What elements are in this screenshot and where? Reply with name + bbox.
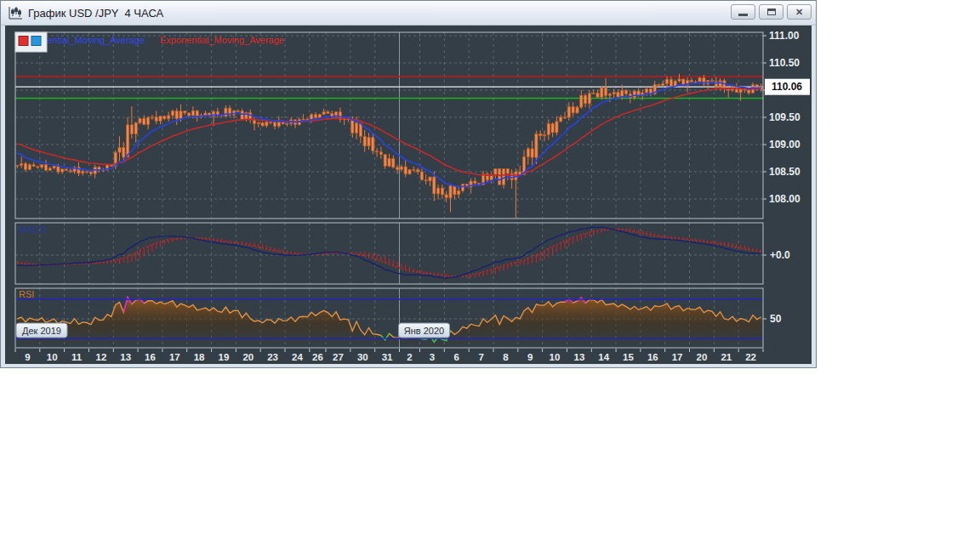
svg-text:27: 27 <box>333 352 344 362</box>
title-bar[interactable]: График USD /JPY 4 ЧАСА ✕ <box>1 1 816 26</box>
svg-text:22: 22 <box>745 352 756 362</box>
svg-text:109.00: 109.00 <box>769 139 801 151</box>
svg-text:17: 17 <box>169 352 180 362</box>
close-icon: ✕ <box>795 8 803 17</box>
svg-text:110.50: 110.50 <box>769 57 800 69</box>
svg-text:RSI: RSI <box>19 289 34 299</box>
svg-text:10: 10 <box>550 352 561 362</box>
svg-text:16: 16 <box>145 352 156 362</box>
svg-text:20: 20 <box>697 352 708 362</box>
svg-text:3: 3 <box>430 352 435 362</box>
restore-icon <box>767 9 776 15</box>
legend-blue-swatch <box>31 37 41 46</box>
svg-text:26: 26 <box>312 352 323 362</box>
svg-text:13: 13 <box>574 352 585 362</box>
month-label-jan: Янв 2020 <box>399 323 450 338</box>
month-label-dec: Дек 2019 <box>16 323 67 338</box>
svg-text:9: 9 <box>527 352 533 362</box>
svg-text:13: 13 <box>120 352 131 362</box>
svg-text:7: 7 <box>478 352 483 362</box>
current-price-tag: 110.06 <box>765 79 810 95</box>
svg-text:12: 12 <box>96 352 107 362</box>
window-title: График USD /JPY 4 ЧАСА <box>28 7 163 20</box>
svg-text:6: 6 <box>454 352 459 362</box>
svg-text:21: 21 <box>721 352 732 362</box>
svg-text:MACD: MACD <box>19 224 46 235</box>
svg-text:14: 14 <box>598 352 609 362</box>
svg-text:2: 2 <box>407 352 412 362</box>
svg-text:30: 30 <box>357 352 368 362</box>
svg-text:15: 15 <box>623 352 634 362</box>
svg-text:8: 8 <box>503 352 509 362</box>
svg-text:+0.0: +0.0 <box>770 249 790 261</box>
svg-text:19: 19 <box>219 352 230 362</box>
minimize-icon <box>738 14 748 16</box>
svg-text:11: 11 <box>71 352 83 362</box>
svg-text:50: 50 <box>770 313 782 325</box>
maximize-button[interactable] <box>759 4 783 20</box>
close-button[interactable]: ✕ <box>787 4 812 20</box>
svg-text:108.00: 108.00 <box>769 193 801 205</box>
svg-text:10: 10 <box>47 352 58 362</box>
chart-window: График USD /JPY 4 ЧАСА ✕ 111.00110.50110… <box>0 0 817 368</box>
svg-text:24: 24 <box>292 352 303 362</box>
svg-text:23: 23 <box>267 352 278 362</box>
svg-text:17: 17 <box>672 352 683 362</box>
chart-canvas[interactable]: 111.00110.50110.00109.50109.00108.50108.… <box>5 26 812 364</box>
window-controls: ✕ <box>731 4 812 20</box>
svg-text:Exponential_Moving_Average: Exponential_Moving_Average <box>160 35 284 45</box>
svg-text:Янв 2020: Янв 2020 <box>404 326 444 336</box>
minimize-button[interactable] <box>731 4 755 20</box>
svg-text:111.00: 111.00 <box>769 30 800 42</box>
chart-client-area[interactable]: 111.00110.50110.00109.50109.00108.50108.… <box>5 26 812 364</box>
svg-text:Дек 2019: Дек 2019 <box>22 326 61 336</box>
svg-text:109.50: 109.50 <box>769 111 801 123</box>
svg-text:9: 9 <box>25 352 30 362</box>
svg-text:16: 16 <box>647 352 658 362</box>
candlestick-chart-icon <box>8 6 23 20</box>
svg-text:18: 18 <box>194 352 205 362</box>
svg-text:20: 20 <box>242 352 254 362</box>
svg-text:110.06: 110.06 <box>772 81 802 93</box>
legend-red-swatch <box>19 37 28 46</box>
svg-text:31: 31 <box>382 352 393 362</box>
svg-text:108.50: 108.50 <box>769 166 801 178</box>
